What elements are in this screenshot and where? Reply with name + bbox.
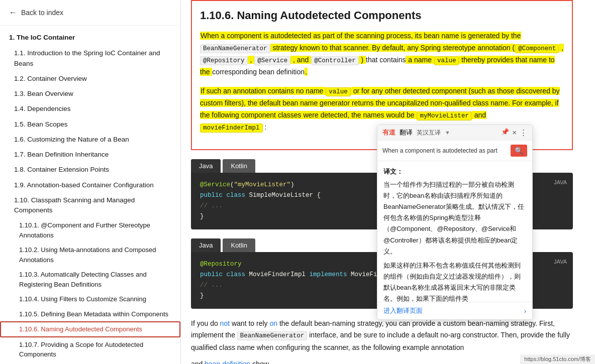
bottom-show: show. (250, 360, 270, 364)
bottom-text1: If you do (191, 319, 220, 327)
sidebar-item-bean-metadata[interactable]: 1.10.5. Defining Bean Metadata within Co… (0, 307, 180, 322)
tab-java-2[interactable]: Java (191, 238, 221, 252)
section-title: 1.10.6. Naming Autodetected Components (200, 9, 564, 22)
para1-h3: , (559, 44, 564, 52)
sidebar-item-classpath-scanning[interactable]: 1.10. Classpath Scanning and Managed Com… (0, 193, 180, 218)
para2-colon: : (263, 123, 267, 131)
para1-code5: @Controller (311, 56, 359, 65)
bottom-code1: BeanNameGenerator (237, 331, 308, 340)
tab-kotlin-1[interactable]: Kotlin (223, 159, 255, 173)
sidebar-item-providing-qualifier[interactable]: 1.10.8. Providing Qualifier Metadata... (0, 362, 180, 364)
sidebar-item-bean-definition-inheritance[interactable]: 1.7. Bean Definition Inheritance (0, 147, 180, 162)
bottom-paragraph-2: and bean definition show. (191, 358, 573, 364)
main-content: 1.10.6. Naming Autodetected Components W… (181, 0, 595, 364)
bottom-paragraph: If you do not want to rely on the defaul… (191, 318, 573, 354)
url-bar: https://blog.51cto.com/博客 (520, 354, 595, 364)
sidebar-item-bean-scopes[interactable]: 1.5. Bean Scopes (0, 117, 180, 132)
nav-section: 1. The IoC Container1.1. Introduction to… (0, 26, 180, 364)
popup-footer: 进入翻译页面 › (377, 302, 532, 319)
popup-translation-para1: 当一个组件作为扫描过程的一部分被自动检测时，它的bean名称由该扫描程序所知道的… (383, 179, 526, 257)
para1-code4: @Service (254, 56, 290, 65)
popup-lang-chevron[interactable]: ▼ (445, 130, 450, 136)
para1-corresponding: corresponding bean definition (212, 68, 305, 76)
bottom-on-link[interactable]: on (269, 319, 277, 327)
para2-code3: movieFinderImpl (200, 124, 263, 133)
para1-that-contains: that contains (366, 56, 406, 64)
para1-h6b: a name (406, 56, 434, 64)
sidebar-item-container-extension[interactable]: 1.8. Container Extension Points (0, 162, 180, 177)
para1-code2: @Component (515, 44, 559, 53)
para1-h6: ) (359, 56, 366, 64)
sidebar-item-auto-detecting[interactable]: 1.10.3. Automatically Detecting Classes … (0, 267, 180, 292)
para2-code2: myMovieLister (417, 111, 472, 120)
java-label-1: JAVA (554, 178, 567, 187)
bottom-and: and (191, 360, 205, 364)
bottom-text2: want to rely (230, 319, 269, 327)
para2-h1: If such an annotation contains no name (200, 87, 326, 95)
popup-lang-selector[interactable]: 英汉互译 (417, 129, 441, 137)
tab-java-1[interactable]: Java (191, 159, 221, 173)
sidebar-item-dependencies[interactable]: 1.4. Dependencies (0, 101, 180, 116)
sidebar-item-using-filters[interactable]: 1.10.4. Using Filters to Customize Scann… (0, 292, 180, 307)
sidebar-item-annotation-based[interactable]: 1.9. Annotation-based Container Configur… (0, 178, 180, 193)
bean-definition-link[interactable]: bean definition (205, 360, 250, 364)
sidebar-item-intro-ioc[interactable]: 1.1. Introduction to the Spring IoC Cont… (0, 46, 180, 71)
popup-translation-title: 译文： (383, 166, 526, 177)
paragraph-1: When a component is autodetected as part… (200, 30, 564, 78)
back-label: Back to index (21, 9, 63, 17)
para1-h8: . (305, 68, 308, 76)
para1-h2: strategy known to that scanner. By defau… (270, 44, 516, 52)
para1-code3: @Repository (200, 56, 248, 65)
para2-and: and (472, 111, 486, 119)
sidebar-item-container-overview[interactable]: 1.2. Container Overview (0, 71, 180, 86)
popup-pin-icon[interactable]: 📌 (501, 128, 509, 137)
sidebar-item-naming-autodetected[interactable]: 1.10.6. Naming Autodetected Components (0, 321, 180, 337)
sidebar-item-customizing-bean[interactable]: 1.6. Customizing the Nature of a Bean (0, 132, 180, 147)
popup-search-bar: 🔍 (377, 141, 532, 161)
para1-h4: , (248, 56, 255, 64)
popup-icons: 📌 × ⋮ (501, 128, 527, 137)
popup-footer-link[interactable]: 进入翻译页面 (383, 306, 423, 315)
translation-popup: 有道 翻译 英汉互译 ▼ 📌 × ⋮ 🔍 译文： 当一个组件作为扫描过程的一部分… (377, 125, 533, 320)
para1-code1: BeanNameGenerator (200, 44, 270, 53)
sidebar: ← Back to index 1. The IoC Container1.1.… (0, 0, 181, 364)
sidebar-item-bean-overview[interactable]: 1.3. Bean Overview (0, 86, 180, 101)
java-label-2: JAVA (554, 257, 567, 267)
popup-footer-arrow[interactable]: › (524, 307, 526, 315)
para1-h5: , and (290, 56, 311, 64)
tab-kotlin-2[interactable]: Kotlin (223, 238, 255, 252)
sidebar-item-ioc-container[interactable]: 1. The IoC Container (0, 30, 180, 46)
para1-code6: value (434, 56, 459, 65)
popup-search-button[interactable]: 🔍 (511, 145, 527, 157)
popup-brand: 有道 (382, 128, 395, 137)
popup-translation-content: 译文： 当一个组件作为扫描过程的一部分被自动检测时，它的bean名称由该扫描程序… (377, 161, 532, 302)
back-to-index-link[interactable]: ← Back to index (0, 0, 180, 26)
popup-close-icon[interactable]: × (512, 128, 517, 137)
popup-more-icon[interactable]: ⋮ (520, 128, 527, 137)
popup-header: 有道 翻译 英汉互译 ▼ 📌 × ⋮ (377, 125, 532, 141)
back-arrow-icon: ← (9, 8, 17, 17)
para1-h1: When a component is autodetected as part… (200, 32, 521, 40)
popup-translation-label: 翻译 (400, 128, 413, 137)
popup-search-input[interactable] (382, 147, 508, 154)
sidebar-item-component-annotations[interactable]: 1.10.1. @Component and Further Stereotyp… (0, 218, 180, 242)
sidebar-item-meta-annotations[interactable]: 1.10.2. Using Meta-annotations and Compo… (0, 242, 180, 267)
popup-translation-para2: 如果这样的注释不包含名称值或任何其他检测到的组件（例如由自定义过滤器发现的组件）… (383, 260, 526, 302)
bottom-not-link[interactable]: not (220, 319, 230, 327)
para2-code1: value (326, 87, 351, 96)
sidebar-item-providing-scope[interactable]: 1.10.7. Providing a Scope for Autodetect… (0, 337, 180, 362)
